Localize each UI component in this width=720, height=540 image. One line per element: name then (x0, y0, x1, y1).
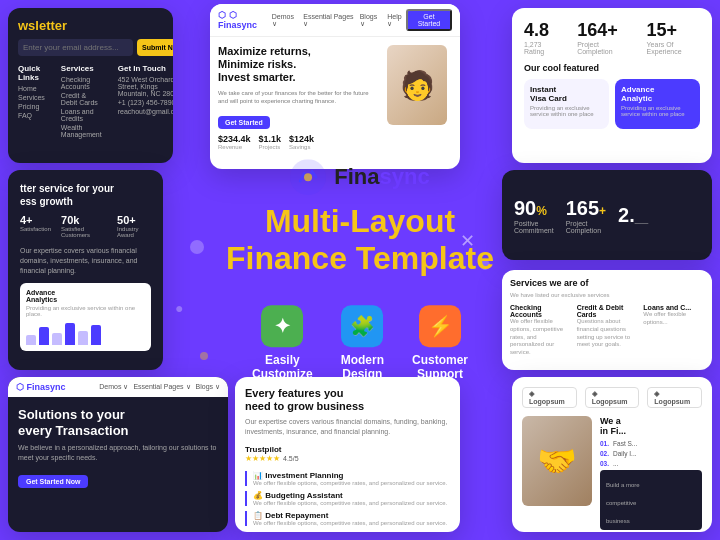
cool-featured-title: Our cool featured (524, 63, 700, 73)
stats-card: 4.8 1,273 Rating 164+ Project Completion… (512, 8, 712, 163)
trustpilot-rating: 4.5/5 (283, 455, 299, 462)
about-point-2: 02. Daily I... (600, 450, 702, 457)
featured-card-2: AdvanceAnalytic Providing an exclusive s… (615, 79, 700, 129)
feature-label: ModernDesign (341, 353, 384, 381)
website2-body-text: We believe in a personalized approach, t… (18, 443, 218, 463)
rating-value: 4.8 (524, 20, 557, 41)
service-card: tter service for youress growth 4+Satisf… (8, 170, 163, 370)
nl-col-title: Services (61, 64, 102, 73)
design-icon: 🧩 (341, 305, 383, 347)
decoration-dot (200, 352, 208, 360)
site-nav-items: Demos ∨ Essential Pages ∨ Blogs ∨ Help ∨ (272, 13, 406, 28)
nl-link: Checking Accounts (61, 76, 102, 90)
site-nav-logo: ⬡ ⬡ Finasync (218, 10, 272, 30)
site-left: Maximize returns,Minimize risks.Invest s… (218, 45, 379, 150)
years-label: Years Of Experience (647, 41, 700, 55)
nl-link: +1 (123) 456-7890 (118, 99, 173, 106)
nl-link: reachout@gmail.com (118, 108, 173, 115)
analytics-title: AdvanceAnalytics (26, 289, 145, 303)
chart-bar (65, 323, 75, 345)
about-cta-box: Build a morecompetitivebusiness (600, 470, 702, 530)
nl-link: Pricing (18, 103, 45, 110)
chart-bar (78, 331, 88, 345)
metric-3: 2.__ (618, 204, 648, 227)
person-image: 🧑 (387, 45, 447, 125)
features-title: Every features youneed to grow business (245, 387, 450, 413)
feature-label: CustomerSupport (412, 353, 468, 381)
nl-link: Wealth Management (61, 124, 102, 138)
chart-bar (26, 335, 36, 345)
svg-point-1 (304, 173, 312, 181)
about-title: We ain Fi... (600, 416, 702, 436)
website-card: ⬡ ⬡ Finasync Demos ∨ Essential Pages ∨ B… (210, 4, 460, 169)
brand-logo: Finasync (226, 159, 494, 195)
nl-link: Loans and Credits (61, 108, 102, 122)
rating-row: 4.8 1,273 Rating 164+ Project Completion… (524, 20, 700, 55)
site-headline: Maximize returns,Minimize risks.Invest s… (218, 45, 379, 85)
features-sub: Our expertise covers various financial d… (245, 417, 450, 437)
site-cta-button[interactable]: Get Started (406, 9, 452, 31)
about-text: We ain Fi... 01. Fast S... 02. Daily I..… (600, 416, 702, 530)
feature-customize: ✦ EasilyCustomize (252, 305, 313, 381)
about-body: 🤝 We ain Fi... 01. Fast S... 02. Daily I… (522, 416, 702, 530)
services-title: Services we are of (510, 278, 704, 288)
metric-2-label: ProjectCompletion (566, 220, 606, 234)
features-row: ✦ EasilyCustomize 🧩 ModernDesign ⚡ Custo… (226, 305, 494, 381)
site-body: Maximize returns,Minimize risks.Invest s… (210, 37, 460, 158)
website2-headline: Solutions to yourevery Transaction (18, 407, 218, 438)
nl-col-title: Quick Links (18, 64, 45, 82)
service-stats: 4+Satisfaction 70kSatisfied Customers 50… (20, 214, 151, 238)
stats-row: $234.4kRevenue $1.1kProjects $124kSaving… (218, 134, 379, 150)
feature-item-investment: 📊 Investment Planning We offer flexible … (245, 471, 450, 486)
center-panel: Finasync Multi-Layout Finance Template ✦… (226, 159, 494, 381)
feature-item-debt: 📋 Debt Repayment We offer flexible optio… (245, 511, 450, 526)
feature-support: ⚡ CustomerSupport (412, 305, 468, 381)
website2-nav: ⬡ Finasync Demos ∨ Essential Pages ∨ Blo… (8, 377, 228, 397)
main-headline: Multi-Layout Finance Template (226, 203, 494, 277)
logos-row: ◈ Logopsum ◈ Logopsum ◈ Logopsum (522, 387, 702, 408)
years-value: 15+ (647, 20, 700, 41)
service-desc: Our expertise covers various financial d… (20, 246, 151, 275)
nl-link: Credit & Debit Cards (61, 92, 102, 106)
support-icon: ⚡ (419, 305, 461, 347)
metrics-card: 90% PositiveCommitment 165+ ProjectCompl… (502, 170, 712, 260)
service-title: tter service for youress growth (20, 182, 151, 208)
website2-card: ⬡ Finasync Demos ∨ Essential Pages ∨ Blo… (8, 377, 228, 532)
trustpilot-name: Trustpilot (245, 445, 299, 454)
logo-3: ◈ Logopsum (647, 387, 702, 408)
chart-bar (39, 327, 49, 345)
about-point-3: 03. ... (600, 460, 702, 467)
nl-link: Home (18, 85, 45, 92)
projects-label: Project Completion (577, 41, 626, 55)
featured-card-1: InstantVisa Card Providing an exclusive … (524, 79, 609, 129)
about-cta-text: Build a morecompetitivebusiness (606, 482, 640, 524)
metric-1-label: PositiveCommitment (514, 220, 554, 234)
website2-body: Solutions to yourevery Transaction We be… (8, 397, 228, 498)
newsletter-submit-button[interactable]: Submit Now (137, 39, 173, 56)
chart-bar (52, 333, 62, 345)
nl-link: Services (18, 94, 45, 101)
about-image: 🤝 (522, 416, 592, 506)
mini-chart (26, 321, 145, 345)
brand-name: Finasync (334, 164, 429, 190)
services-grid: Checking Accounts We offer flexible opti… (510, 304, 704, 361)
logo-2: ◈ Logopsum (585, 387, 640, 408)
projects-value: 164+ (577, 20, 626, 41)
services-card: Services we are of We have listed our ex… (502, 270, 712, 370)
metric-2: 165+ ProjectCompletion (566, 197, 606, 234)
site-started-button[interactable]: Get Started (218, 116, 270, 129)
newsletter-links: Quick Links Home Services Pricing FAQ Se… (18, 64, 163, 140)
metric-2-value: 165+ (566, 197, 606, 220)
about-card: ◈ Logopsum ◈ Logopsum ◈ Logopsum 🤝 We ai… (512, 377, 712, 532)
analytics-box: AdvanceAnalytics Providing an exclusive … (20, 283, 151, 351)
newsletter-card: wsletter Submit Now Quick Links Home Ser… (8, 8, 173, 163)
website2-cta-button[interactable]: Get Started Now (18, 475, 88, 488)
services-sub: We have listed our exclusive services (510, 292, 704, 298)
newsletter-input-row: Submit Now (18, 39, 163, 56)
nl-link: 452 West Orchard Street, Kings Mountain,… (118, 76, 173, 97)
feature-list: 📊 Investment Planning We offer flexible … (245, 471, 450, 526)
analytics-sub: Providing an exclusive service within on… (26, 305, 145, 317)
site-body-text: We take care of your finances for the be… (218, 89, 379, 106)
brand-logo-icon (290, 159, 326, 195)
newsletter-email-input[interactable] (18, 39, 133, 56)
